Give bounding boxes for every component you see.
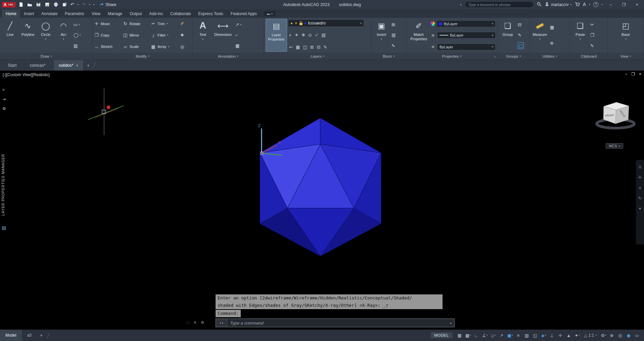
ribbon-tab[interactable]: Add-ins	[145, 10, 167, 18]
layer-state-icon[interactable]: ▦	[296, 45, 300, 50]
search-icon[interactable]	[537, 2, 542, 8]
measure-button[interactable]: Measure▾	[532, 19, 548, 52]
id-point-button[interactable]: ⊕	[550, 40, 554, 47]
save-as-icon[interactable]	[44, 2, 50, 7]
command-options-chip[interactable]: ›▾	[216, 319, 227, 327]
layer-isolate-icon[interactable]: ✦	[295, 33, 298, 38]
nav-more-icon[interactable]: ▾	[639, 206, 641, 211]
transparency-icon[interactable]: ▨	[523, 330, 531, 341]
mirror-button[interactable]: ◫Mirror	[123, 31, 147, 39]
graphics-performance-icon[interactable]: ◉	[625, 330, 633, 341]
offset-button[interactable]: ◎	[180, 43, 191, 51]
ribbon-tab[interactable]: Home	[2, 10, 20, 18]
polyline-button[interactable]: ∿Polyline	[19, 19, 36, 52]
ribbon-tab[interactable]: Annotate	[38, 10, 61, 18]
lineweight-icon[interactable]: ≡	[514, 330, 523, 341]
array-button[interactable]: ▦Array▾	[151, 43, 176, 51]
lineweight-dropdown[interactable]: ByLayer▾	[437, 32, 496, 39]
command-customize-icon[interactable]: ⚙	[201, 320, 204, 325]
panel-clipboard-label[interactable]: Clipboard	[570, 53, 607, 60]
autodesk-dropdown-icon[interactable]: ▾	[589, 3, 590, 6]
drawing-canvas[interactable]: [-][Custom View][Realistic] − ❐ × × ⇥ ⚙ …	[0, 71, 644, 330]
group-selection-toggle[interactable]: ▢	[518, 42, 524, 49]
panel-modify-label[interactable]: Modify▾	[93, 53, 192, 60]
ellipse-button[interactable]: ◯▾	[74, 32, 81, 39]
copy-clip-button[interactable]: ❐	[590, 32, 594, 39]
hatch-button[interactable]: ▨	[74, 42, 81, 49]
multileader-button[interactable]: ⌐	[235, 32, 241, 39]
quick-calc-button[interactable]: ▦	[550, 24, 554, 31]
osnap-3d-icon[interactable]: ◈▾	[540, 330, 548, 341]
snap-mode-icon[interactable]: ▩▾	[464, 330, 472, 341]
icosahedron-object[interactable]	[260, 118, 381, 256]
save-icon[interactable]	[36, 2, 41, 7]
layer-walk-icon[interactable]: ◫	[303, 45, 307, 50]
qat-customize-icon[interactable]: ▾	[93, 3, 94, 6]
panel-utilities-label[interactable]: Utilities▾	[530, 53, 570, 60]
line-button[interactable]: ╱Line	[2, 19, 18, 52]
window-restore-button[interactable]: ❐	[619, 2, 629, 7]
dimension-button[interactable]: ⟷Dimension	[212, 19, 234, 52]
selection-cycling-icon[interactable]: ◱	[531, 330, 540, 341]
command-input[interactable]	[227, 321, 447, 326]
linetype-dropdown[interactable]: ByLayer▾	[437, 44, 496, 50]
panel-properties-label[interactable]: Properties▾↘	[406, 53, 497, 60]
clean-screen-icon[interactable]: ▭	[633, 330, 641, 341]
user-account-button[interactable]: martaccrv ▾	[545, 2, 572, 7]
ribbon-tab[interactable]: Express Tools	[194, 10, 227, 18]
dynamic-input-icon[interactable]: ✛	[556, 330, 565, 341]
trim-button[interactable]: ✂Trim▾	[151, 20, 176, 28]
redo-icon[interactable]: ↷	[82, 2, 86, 7]
paste-special-button[interactable]: ✎	[590, 42, 594, 49]
rotate-button[interactable]: ↻Rotate	[123, 20, 147, 28]
pan-icon[interactable]: ✛	[638, 175, 642, 180]
help-dropdown-icon[interactable]: ▾	[601, 3, 603, 6]
group-edit-button[interactable]: ✎	[518, 32, 524, 39]
open-folder-icon[interactable]	[27, 2, 33, 7]
panel-layers-label[interactable]: Layers▾	[264, 53, 371, 60]
autodesk-icon[interactable]: A	[583, 2, 586, 7]
layer-delete-icon[interactable]: ⊟	[317, 45, 320, 50]
object-snap-icon[interactable]: ▣▾	[506, 330, 514, 341]
window-close-button[interactable]: ×	[632, 2, 642, 7]
stretch-button[interactable]: ↔Stretch	[94, 43, 119, 51]
polar-tracking-icon[interactable]: ∠▾	[481, 330, 489, 341]
insert-button[interactable]: ▣Insert▾	[373, 19, 390, 52]
ribbon-tab[interactable]: Featured Apps	[227, 10, 261, 18]
isodraft-icon[interactable]: ◇▾	[489, 330, 498, 341]
close-tab-icon[interactable]: ×	[76, 63, 78, 67]
ribbon-tab[interactable]: Insert	[20, 10, 38, 18]
isolate-objects-icon[interactable]: ◎	[616, 330, 625, 341]
ribbon-tab[interactable]: View	[88, 10, 104, 18]
ribbon-display-toggle[interactable]: ▬ ▾	[264, 11, 276, 16]
layer-unlock-icon[interactable]: ⊙	[308, 33, 312, 38]
annotation-monitor-icon[interactable]: ⊕	[608, 330, 616, 341]
ribbon-tab[interactable]: Manage	[104, 10, 126, 18]
panel-groups-label[interactable]: Groups▾	[498, 53, 530, 60]
undo-icon[interactable]: ↶	[71, 2, 75, 7]
new-drawing-tab-button[interactable]: +	[84, 60, 93, 70]
copy-button[interactable]: ❐Copy	[94, 31, 119, 39]
orbit-icon[interactable]: ↻	[638, 196, 642, 201]
ortho-icon[interactable]: ∟	[472, 330, 481, 341]
history-up-icon[interactable]: ▴	[447, 321, 454, 325]
leader-button[interactable]: ↗▾	[235, 21, 241, 28]
create-block-button[interactable]: ⊞	[392, 21, 396, 28]
layer-edit-icon[interactable]: ✎	[323, 45, 327, 50]
move-button[interactable]: ✛Move	[94, 20, 119, 28]
publish-icon[interactable]	[62, 2, 67, 7]
help-icon[interactable]: ?	[593, 2, 598, 7]
file-tab[interactable]: Start	[3, 60, 25, 70]
autocad-logo[interactable]: A CAD	[2, 2, 15, 7]
window-minimize-button[interactable]: −	[606, 2, 616, 7]
write-block-button[interactable]: ▤	[392, 32, 396, 39]
zoom-icon[interactable]: ±	[639, 185, 641, 190]
rectangle-button[interactable]: ▭▾	[74, 21, 81, 28]
steering-wheel-icon[interactable]: ⊙	[638, 165, 642, 169]
base-view-button[interactable]: ◰Base▾	[617, 19, 634, 52]
undo-dropdown-icon[interactable]: ▾	[78, 3, 79, 6]
command-close-icon[interactable]: ✕	[193, 320, 197, 325]
command-drag-handle[interactable]: ∷	[187, 320, 189, 325]
file-tab[interactable]: solidos*×	[54, 60, 84, 70]
dynamic-ucs-icon[interactable]: ⊥	[548, 330, 556, 341]
